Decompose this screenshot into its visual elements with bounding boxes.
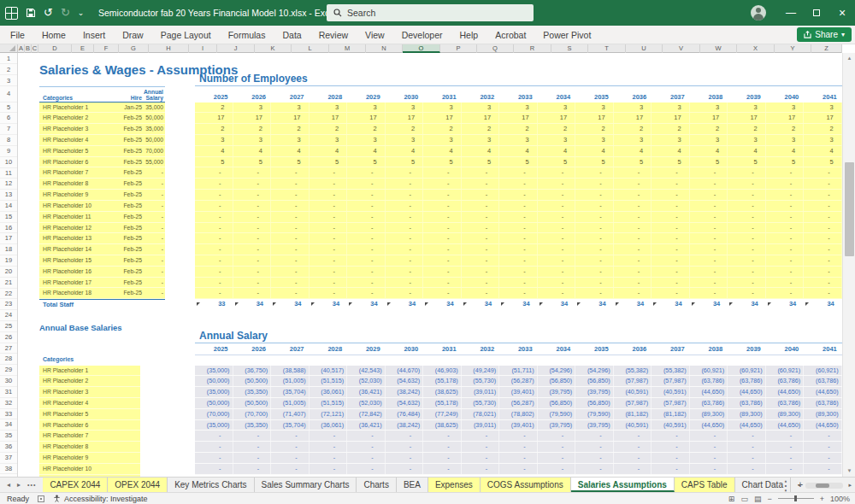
employees-cell[interactable]: - — [233, 233, 272, 243]
salary-cell[interactable]: (51,005) — [271, 398, 310, 408]
employees-cell[interactable]: - — [423, 201, 462, 211]
year-header-cell[interactable]: 2026 — [233, 93, 272, 101]
employees-cell[interactable]: 5 — [233, 157, 272, 167]
accessibility-status[interactable]: Accessibility: Investigate — [53, 495, 148, 503]
column-header-V[interactable]: V — [663, 44, 700, 53]
employees-cell[interactable]: - — [233, 190, 272, 200]
ribbon-tab-file[interactable]: File — [2, 26, 33, 44]
employees-cell[interactable]: - — [347, 190, 386, 200]
salary-cell[interactable]: - — [271, 431, 310, 441]
salary-cell[interactable]: (63,786) — [804, 376, 842, 386]
staff-hire-cell[interactable]: Feb-25 — [118, 244, 142, 255]
staff-salary-cell[interactable]: - — [142, 179, 165, 189]
column-header-A[interactable]: A — [18, 44, 25, 53]
employees-cell[interactable]: - — [271, 201, 310, 211]
employees-cell[interactable]: - — [499, 244, 538, 255]
employees-cell[interactable]: 5 — [195, 157, 233, 167]
year-header-cell[interactable]: 2036 — [614, 345, 652, 353]
staff-hire-cell[interactable]: Feb-25 — [118, 278, 142, 288]
employees-cell[interactable]: - — [804, 278, 842, 288]
employees-cell[interactable]: 17 — [233, 113, 272, 123]
ribbon-tab-acrobat[interactable]: Acrobat — [486, 26, 534, 44]
salary-cell[interactable]: (36,421) — [347, 387, 386, 397]
employees-cell[interactable]: - — [575, 201, 614, 211]
row-header-4[interactable]: 4 — [0, 86, 17, 103]
row-header-10[interactable]: 10 — [0, 157, 17, 168]
employees-cell[interactable]: 2 — [614, 124, 652, 134]
employees-cell[interactable]: - — [271, 167, 310, 178]
employees-cell[interactable]: 3 — [423, 103, 462, 113]
employees-cell[interactable]: - — [614, 255, 652, 266]
salary-cell[interactable]: - — [386, 464, 424, 474]
staff-category-cell[interactable]: HR Placeholder 1 — [39, 103, 118, 113]
year-header-cell[interactable]: 2041 — [804, 93, 842, 101]
salary-cell[interactable]: (50,500) — [233, 376, 272, 386]
employees-cell[interactable]: 3 — [347, 103, 386, 113]
employees-cell[interactable]: - — [766, 288, 805, 298]
year-header-cell[interactable]: 2041 — [804, 345, 842, 353]
salary-cell[interactable]: - — [652, 453, 690, 463]
employees-cell[interactable]: 4 — [690, 146, 728, 156]
salary-cell[interactable]: (50,000) — [195, 376, 233, 386]
salary-cell[interactable]: (79,590) — [575, 409, 614, 419]
ribbon-tab-view[interactable]: View — [357, 26, 393, 44]
salary-cell[interactable]: - — [766, 431, 805, 441]
salary-cell[interactable]: - — [804, 453, 842, 463]
view-page-break-icon[interactable]: ▤ — [754, 495, 762, 503]
employees-cell[interactable]: - — [462, 267, 500, 277]
salary-cell[interactable]: (54,296) — [575, 366, 614, 376]
employees-cell[interactable]: - — [690, 190, 728, 200]
employees-cell[interactable]: 4 — [575, 146, 614, 156]
employees-cell[interactable]: 5 — [728, 157, 766, 167]
year-header-cell[interactable]: 2033 — [499, 93, 538, 101]
employees-cell[interactable]: 4 — [233, 146, 272, 156]
employees-cell[interactable]: - — [310, 267, 348, 277]
salary-cell[interactable]: - — [614, 464, 652, 474]
staff-category-cell[interactable]: HR Placeholder 14 — [39, 244, 118, 255]
employees-cell[interactable]: 2 — [271, 124, 310, 134]
base-category-cell[interactable]: HR Placeholder 9 — [39, 453, 140, 464]
year-header-cell[interactable]: 2028 — [310, 93, 348, 101]
employees-cell[interactable]: - — [499, 233, 538, 243]
salary-cell[interactable]: (46,903) — [423, 366, 462, 376]
salary-cell[interactable]: (63,786) — [728, 398, 766, 408]
row-header-29[interactable]: 29 — [0, 365, 17, 376]
total-staff-cell[interactable]: 34 — [386, 299, 424, 310]
salary-cell[interactable]: - — [310, 453, 348, 463]
employees-cell[interactable]: 4 — [538, 146, 576, 156]
row-header-34[interactable]: 34 — [0, 419, 17, 431]
employees-cell[interactable]: 17 — [195, 113, 233, 123]
employees-cell[interactable]: - — [575, 288, 614, 298]
employees-cell[interactable]: - — [652, 233, 690, 243]
salary-cell[interactable]: - — [538, 453, 576, 463]
undo-icon[interactable]: ↺ — [44, 0, 53, 26]
employees-cell[interactable]: - — [652, 267, 690, 277]
salary-cell[interactable]: - — [614, 431, 652, 441]
scroll-up-icon[interactable]: ▲ — [843, 53, 855, 64]
employees-cell[interactable]: - — [423, 267, 462, 277]
salary-cell[interactable]: (81,182) — [614, 409, 652, 419]
employees-cell[interactable]: - — [271, 179, 310, 189]
salary-cell[interactable]: (63,786) — [804, 398, 842, 408]
staff-category-cell[interactable]: HR Placeholder 18 — [39, 288, 118, 298]
salary-cell[interactable]: - — [575, 453, 614, 463]
employees-cell[interactable]: - — [386, 288, 424, 298]
year-header-cell[interactable]: 2028 — [310, 345, 348, 353]
year-header-cell[interactable]: 2031 — [423, 93, 462, 101]
column-header-D[interactable]: D — [38, 44, 72, 53]
employees-cell[interactable]: - — [804, 288, 842, 298]
column-header-J[interactable]: J — [217, 44, 255, 53]
salary-cell[interactable]: - — [728, 453, 766, 463]
employees-cell[interactable]: 5 — [614, 157, 652, 167]
salary-cell[interactable]: (51,711) — [499, 366, 538, 376]
staff-salary-cell[interactable]: 70,000 — [142, 146, 165, 156]
staff-hire-cell[interactable]: Feb-25 — [118, 124, 142, 134]
salary-cell[interactable]: - — [386, 453, 424, 463]
employees-cell[interactable]: 3 — [575, 135, 614, 145]
employees-cell[interactable]: - — [233, 223, 272, 233]
employees-cell[interactable]: 3 — [538, 103, 576, 113]
salary-cell[interactable]: - — [575, 442, 614, 452]
employees-cell[interactable]: 2 — [347, 124, 386, 134]
salary-cell[interactable]: (72,121) — [310, 409, 348, 419]
salary-cell[interactable]: - — [690, 442, 728, 452]
